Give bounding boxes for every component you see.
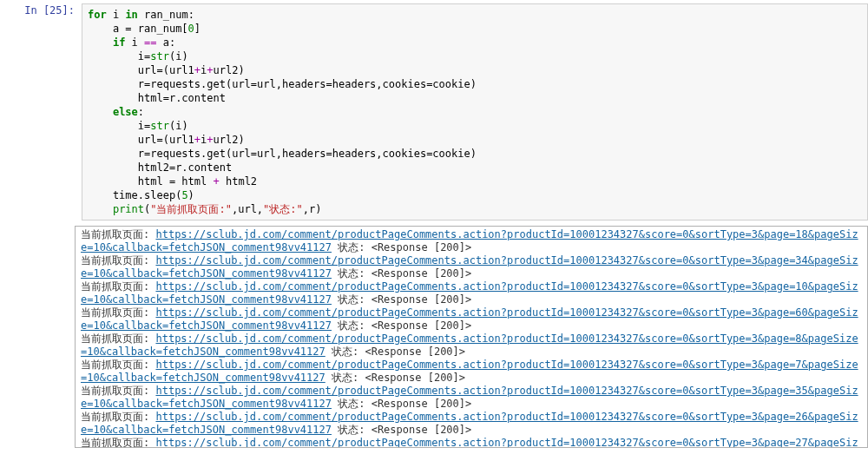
label-page: 当前抓取页面: [81, 359, 155, 371]
output-line: 当前抓取页面: https://sclub.jd.com/comment/pro… [81, 254, 862, 280]
output-line: 当前抓取页面: https://sclub.jd.com/comment/pro… [81, 437, 862, 448]
response-text: <Response [200]> [372, 241, 472, 253]
response-text: <Response [200]> [365, 346, 465, 358]
label-page: 当前抓取页面: [81, 254, 155, 267]
output-line: 当前抓取页面: https://sclub.jd.com/comment/pro… [81, 411, 862, 437]
label-status: 状态: [332, 293, 372, 306]
label-page: 当前抓取页面: [81, 332, 155, 345]
label-status: 状态: [332, 267, 372, 280]
label-page: 当前抓取页面: [81, 280, 155, 293]
response-text: <Response [200]> [372, 293, 472, 306]
prompt-count: [25]: [43, 4, 75, 16]
label-status: 状态: [332, 241, 372, 253]
code-cell: In [25]: for i in ran_num: a = ran_num[0… [0, 0, 868, 221]
label-status: 状态: [326, 372, 365, 384]
response-text: <Response [200]> [372, 267, 472, 280]
label-page: 当前抓取页面: [81, 437, 155, 448]
output-line: 当前抓取页面: https://sclub.jd.com/comment/pro… [81, 332, 862, 359]
response-text: <Response [200]> [372, 398, 472, 410]
output-line: 当前抓取页面: https://sclub.jd.com/comment/pro… [81, 228, 862, 254]
label-page: 当前抓取页面: [81, 228, 155, 240]
output-url[interactable]: https://sclub.jd.com/comment/productPage… [81, 359, 858, 384]
response-text: <Response [200]> [372, 319, 472, 332]
output-url[interactable]: https://sclub.jd.com/comment/productPage… [81, 332, 858, 358]
output-line: 当前抓取页面: https://sclub.jd.com/comment/pro… [81, 359, 862, 385]
output-line: 当前抓取页面: https://sclub.jd.com/comment/pro… [81, 280, 862, 306]
output-line: 当前抓取页面: https://sclub.jd.com/comment/pro… [81, 385, 862, 411]
label-page: 当前抓取页面: [81, 411, 155, 423]
label-page: 当前抓取页面: [81, 385, 155, 397]
stdout-area[interactable]: 当前抓取页面: https://sclub.jd.com/comment/pro… [75, 226, 868, 448]
input-prompt: In [25]: [0, 3, 82, 17]
response-text: <Response [200]> [372, 424, 472, 436]
code-editor[interactable]: for i in ran_num: a = ran_num[0] if i ==… [82, 3, 868, 221]
label-status: 状态: [332, 424, 372, 436]
label-status: 状态: [332, 398, 372, 410]
label-status: 状态: [332, 319, 372, 332]
response-text: <Response [200]> [365, 372, 465, 384]
prompt-prefix: In [24, 4, 43, 16]
output-line: 当前抓取页面: https://sclub.jd.com/comment/pro… [81, 306, 862, 332]
label-page: 当前抓取页面: [81, 306, 155, 319]
label-status: 状态: [326, 346, 365, 358]
output-url[interactable]: https://sclub.jd.com/comment/productPage… [81, 437, 858, 448]
output-wrap: 当前抓取页面: https://sclub.jd.com/comment/pro… [0, 221, 868, 448]
